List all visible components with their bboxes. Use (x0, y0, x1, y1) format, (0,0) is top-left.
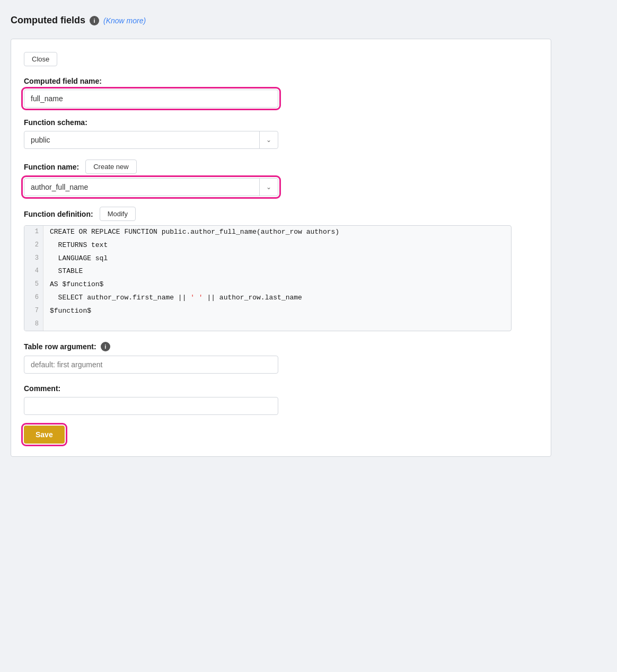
table-row-info-icon[interactable]: i (101, 342, 110, 351)
close-button[interactable]: Close (24, 52, 57, 66)
info-icon[interactable]: i (90, 16, 99, 25)
code-line-4: 4 STABLE (24, 265, 511, 278)
code-line-1: 1 CREATE OR REPLACE FUNCTION public.auth… (24, 226, 511, 239)
code-line-8: 8 (24, 318, 511, 331)
line-num-7: 7 (24, 305, 43, 318)
line-code-1: CREATE OR REPLACE FUNCTION public.author… (43, 226, 346, 239)
code-line-3: 3 LANGUAGE sql (24, 252, 511, 266)
create-new-button[interactable]: Create new (85, 160, 136, 174)
table-row-section: Table row argument: i (24, 342, 538, 374)
function-schema-label: Function schema: (24, 118, 538, 127)
line-code-7: $function$ (43, 305, 98, 318)
function-schema-section: Function schema: public ⌄ (24, 118, 538, 149)
code-line-7: 7 $function$ (24, 305, 511, 318)
code-string: ' ' (190, 294, 202, 302)
chevron-down-icon-2[interactable]: ⌄ (260, 183, 278, 191)
function-name-value: author_full_name (24, 179, 259, 196)
table-row-label: Table row argument: i (24, 342, 538, 351)
computed-field-name-input[interactable] (24, 90, 278, 108)
comment-section: Comment: (24, 384, 538, 415)
page-header: Computed fields i (Know more) (11, 11, 606, 30)
code-line-5: 5 AS $function$ (24, 278, 511, 291)
line-num-6: 6 (24, 291, 43, 305)
line-code-6: SELECT author_row.first_name || ' ' || a… (43, 291, 308, 305)
modify-button[interactable]: Modify (100, 207, 136, 221)
code-line-2: 2 RETURNS text (24, 239, 511, 252)
code-block: 1 CREATE OR REPLACE FUNCTION public.auth… (24, 225, 512, 331)
save-button[interactable]: Save (24, 426, 65, 444)
line-num-5: 5 (24, 278, 43, 291)
line-num-4: 4 (24, 265, 43, 278)
function-name-select[interactable]: author_full_name ⌄ (24, 178, 278, 196)
computed-field-name-label: Computed field name: (24, 77, 538, 85)
line-num-2: 2 (24, 239, 43, 252)
function-definition-label: Function definition: (24, 210, 93, 218)
line-num-8: 8 (24, 318, 43, 331)
page-title: Computed fields (11, 15, 85, 26)
table-row-input[interactable] (24, 356, 278, 374)
line-code-5: AS $function$ (43, 278, 110, 291)
function-name-row: Function name: Create new (24, 160, 538, 174)
line-code-2: RETURNS text (43, 239, 114, 252)
table-row-label-text: Table row argument: (24, 342, 96, 351)
function-schema-select[interactable]: public ⌄ (24, 131, 278, 149)
line-code-8 (43, 318, 60, 331)
line-code-4: STABLE (43, 265, 89, 278)
comment-input[interactable] (24, 397, 278, 415)
save-section: Save (24, 426, 538, 444)
comment-label: Comment: (24, 384, 538, 393)
function-definition-section: Function definition: Modify 1 CREATE OR … (24, 207, 538, 331)
computed-field-name-section: Computed field name: (24, 77, 538, 108)
main-container: Close Computed field name: Function sche… (11, 39, 551, 457)
code-line-6: 6 SELECT author_row.first_name || ' ' ||… (24, 291, 511, 305)
chevron-down-icon[interactable]: ⌄ (260, 136, 278, 144)
line-code-3: LANGUAGE sql (43, 252, 114, 266)
function-name-section: Function name: Create new author_full_na… (24, 160, 538, 196)
function-name-label: Function name: (24, 163, 79, 171)
function-def-row: Function definition: Modify (24, 207, 538, 221)
know-more-link[interactable]: (Know more) (103, 16, 146, 25)
line-num-1: 1 (24, 226, 43, 239)
line-num-3: 3 (24, 252, 43, 266)
function-schema-value: public (24, 131, 259, 148)
